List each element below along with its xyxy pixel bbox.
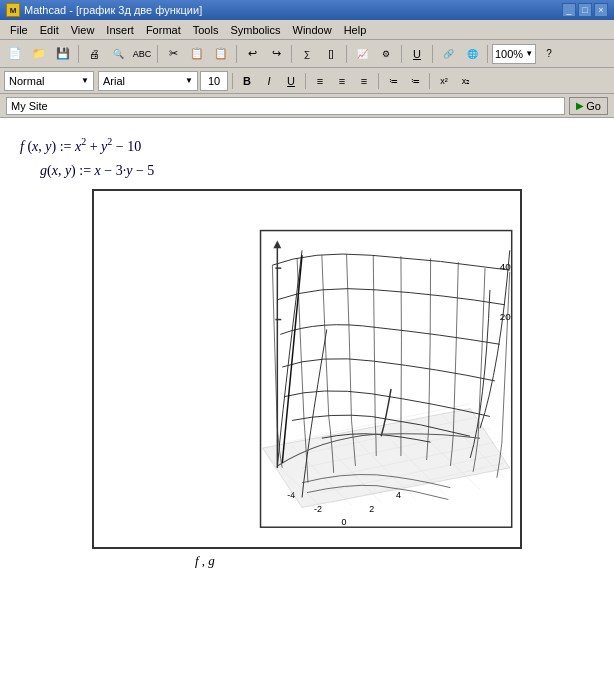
style-value: Normal: [9, 75, 44, 87]
font-dropdown[interactable]: Arial ▼: [98, 71, 198, 91]
app-icon-letter: M: [10, 6, 17, 15]
go-button[interactable]: ▶ Go: [569, 97, 608, 115]
format-toolbar: Normal ▼ Arial ▼ B I U ≡ ≡ ≡ ≔ ≔ x² x₂: [0, 68, 614, 94]
app-icon: M: [6, 3, 20, 17]
align-right-button[interactable]: ≡: [354, 71, 374, 91]
titlebar: M Mathcad - [график 3д две функции] _ □ …: [0, 0, 614, 20]
formula-f-text: f (x, y) := x2 + y2 − 10: [20, 139, 141, 154]
url-input[interactable]: [6, 97, 565, 115]
fmt-sep-3: [378, 73, 379, 89]
paste-button[interactable]: 📋: [210, 43, 232, 65]
cut-button[interactable]: ✂: [162, 43, 184, 65]
web-button[interactable]: 🌐: [461, 43, 483, 65]
main-content: f (x, y) := x2 + y2 − 10 g(x, y) := x − …: [0, 118, 614, 685]
print-preview-button[interactable]: 🔍: [107, 43, 129, 65]
svg-text:2: 2: [369, 504, 374, 514]
maximize-button[interactable]: □: [578, 3, 592, 17]
toolbar-sep-6: [401, 45, 402, 63]
font-value: Arial: [103, 75, 125, 87]
graph-container: 40 20 -4 -2 0 2 4: [92, 189, 522, 549]
fmt-sep-2: [305, 73, 306, 89]
url-bar: ▶ Go: [0, 94, 614, 118]
menubar: File Edit View Insert Format Tools Symbo…: [0, 20, 614, 40]
toolbar-sep-7: [432, 45, 433, 63]
undo-button[interactable]: ↩: [241, 43, 263, 65]
toolbar-sep-3: [236, 45, 237, 63]
save-button[interactable]: 💾: [52, 43, 74, 65]
font-size-input[interactable]: [200, 71, 228, 91]
calc-button[interactable]: ⚙: [375, 43, 397, 65]
svg-text:0: 0: [342, 517, 347, 527]
titlebar-title: Mathcad - [график 3д две функции]: [24, 4, 202, 16]
menu-format[interactable]: Format: [140, 22, 187, 38]
svg-text:4: 4: [396, 489, 401, 499]
align-center-button[interactable]: ≡: [332, 71, 352, 91]
fmt-sep-4: [429, 73, 430, 89]
menu-tools[interactable]: Tools: [187, 22, 225, 38]
zoom-dropdown[interactable]: 100% ▼: [492, 44, 536, 64]
copy-button[interactable]: 📋: [186, 43, 208, 65]
titlebar-controls: _ □ ×: [562, 3, 608, 17]
formula-g: g(x, y) := x − 3·y − 5: [40, 163, 594, 179]
graph-label: f , g: [195, 553, 215, 568]
menu-help[interactable]: Help: [338, 22, 373, 38]
spellcheck-button[interactable]: ABC: [131, 43, 153, 65]
superscript-button[interactable]: x²: [434, 71, 454, 91]
bullet-list-button[interactable]: ≔: [383, 71, 403, 91]
formula-g-text: g(x, y) := x − 3·y − 5: [40, 163, 154, 178]
open-button[interactable]: 📁: [28, 43, 50, 65]
menu-edit[interactable]: Edit: [34, 22, 65, 38]
formula-f: f (x, y) := x2 + y2 − 10: [20, 136, 594, 155]
underline-tb-button[interactable]: U: [406, 43, 428, 65]
ref-button[interactable]: 🔗: [437, 43, 459, 65]
math-op-button[interactable]: ∑: [296, 43, 318, 65]
menu-view[interactable]: View: [65, 22, 101, 38]
minimize-button[interactable]: _: [562, 3, 576, 17]
numbered-list-button[interactable]: ≔: [405, 71, 425, 91]
style-arrow: ▼: [81, 76, 89, 85]
italic-button[interactable]: I: [259, 71, 279, 91]
svg-text:20: 20: [500, 310, 511, 321]
menu-symbolics[interactable]: Symbolics: [224, 22, 286, 38]
menu-file[interactable]: File: [4, 22, 34, 38]
close-button[interactable]: ×: [594, 3, 608, 17]
matrix-button[interactable]: []: [320, 43, 342, 65]
menu-window[interactable]: Window: [287, 22, 338, 38]
zoom-arrow: ▼: [525, 49, 533, 58]
underline-button[interactable]: U: [281, 71, 301, 91]
print-button[interactable]: 🖨: [83, 43, 105, 65]
style-dropdown[interactable]: Normal ▼: [4, 71, 94, 91]
toolbar-sep-5: [346, 45, 347, 63]
svg-text:-2: -2: [314, 504, 322, 514]
zoom-value: 100%: [495, 48, 523, 60]
toolbar-sep-1: [78, 45, 79, 63]
graph-label-container: f , g: [195, 553, 594, 569]
redo-button[interactable]: ↪: [265, 43, 287, 65]
new-button[interactable]: 📄: [4, 43, 26, 65]
toolbar-sep-4: [291, 45, 292, 63]
menu-insert[interactable]: Insert: [100, 22, 140, 38]
toolbar-sep-2: [157, 45, 158, 63]
main-toolbar: 📄 📁 💾 🖨 🔍 ABC ✂ 📋 📋 ↩ ↪ ∑ [] 📈 ⚙ U 🔗 🌐 1…: [0, 40, 614, 68]
graph-svg: 40 20 -4 -2 0 2 4: [94, 191, 520, 547]
graph-button[interactable]: 📈: [351, 43, 373, 65]
go-label: Go: [586, 100, 601, 112]
fmt-sep-1: [232, 73, 233, 89]
help-tb-button[interactable]: ?: [538, 43, 560, 65]
subscript-button[interactable]: x₂: [456, 71, 476, 91]
align-left-button[interactable]: ≡: [310, 71, 330, 91]
bold-button[interactable]: B: [237, 71, 257, 91]
font-arrow: ▼: [185, 76, 193, 85]
go-icon: ▶: [576, 100, 584, 111]
toolbar-sep-8: [487, 45, 488, 63]
